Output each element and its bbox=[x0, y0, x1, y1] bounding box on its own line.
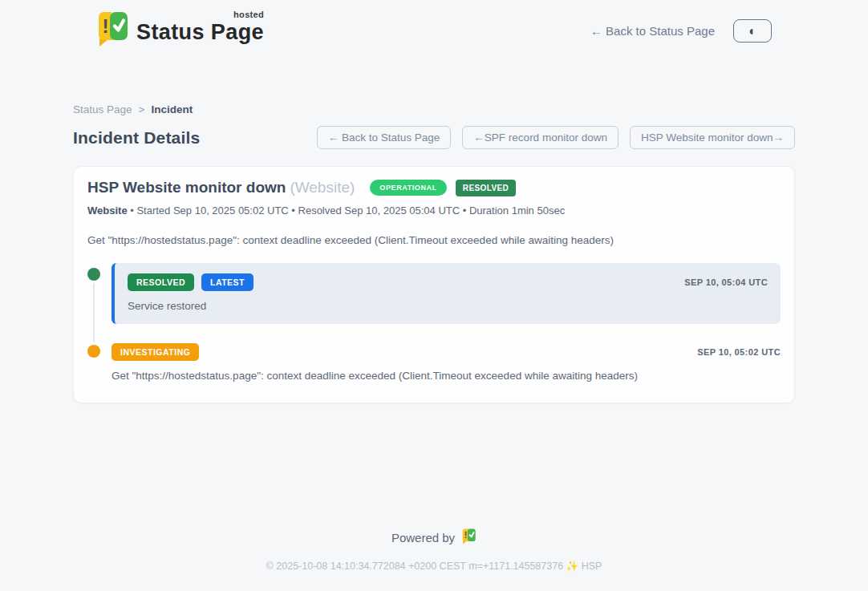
main-content: Status Page > Incident Incident Details … bbox=[73, 51, 795, 403]
powered-by-logo-icon: ! bbox=[461, 528, 477, 547]
next-incident-button[interactable]: HSP Website monitor down→ bbox=[630, 126, 795, 149]
timeline-entry-body: INVESTIGATING SEP 10, 05:02 UTC Get "htt… bbox=[112, 343, 781, 382]
timeline-entry-resolved: RESOLVED LATEST SEP 10, 05:04 UTC Servic… bbox=[87, 263, 781, 324]
timeline-resolved-badge: RESOLVED bbox=[128, 273, 194, 291]
incident-description: Get "https://hostedstatus.page": context… bbox=[87, 234, 781, 246]
theme-toggle-half-circle-icon: ◐ bbox=[748, 25, 756, 38]
theme-toggle-button[interactable]: ◐ bbox=[733, 19, 772, 43]
powered-by-label: Powered by bbox=[391, 531, 455, 544]
breadcrumb: Status Page > Incident bbox=[73, 103, 795, 115]
timeline-timestamp: SEP 10, 05:04 UTC bbox=[684, 277, 768, 287]
header-actions: ← Back to Status Page ◐ bbox=[590, 19, 772, 43]
breadcrumb-separator: > bbox=[139, 103, 145, 115]
logo-brand-text: Status Page bbox=[136, 20, 264, 44]
timeline-dot-green-icon bbox=[87, 268, 100, 281]
timeline-latest-panel: RESOLVED LATEST SEP 10, 05:04 UTC Servic… bbox=[112, 263, 781, 324]
timeline-entry-investigating: INVESTIGATING SEP 10, 05:02 UTC Get "htt… bbox=[87, 343, 781, 382]
powered-by-link[interactable]: Powered by ! bbox=[391, 528, 477, 547]
title-row: Incident Details ← Back to Status Page ←… bbox=[73, 126, 795, 149]
svg-text:!: ! bbox=[103, 15, 109, 37]
timeline-message: Get "https://hostedstatus.page": context… bbox=[112, 370, 781, 382]
incident-card: HSP Website monitor down (Website) OPERA… bbox=[73, 166, 795, 403]
timeline-investigating-badge: INVESTIGATING bbox=[112, 343, 199, 361]
incident-nav-buttons: ← Back to Status Page ←SPF record monito… bbox=[317, 126, 795, 149]
incident-timeline: RESOLVED LATEST SEP 10, 05:04 UTC Servic… bbox=[87, 263, 781, 382]
timeline-message: Service restored bbox=[128, 300, 768, 312]
incident-component-label: (Website) bbox=[290, 179, 355, 196]
status-page-logo-icon: ! bbox=[96, 11, 129, 51]
copyright-text: © 2025-10-08 14:10:34.772084 +0200 CEST … bbox=[0, 560, 868, 572]
previous-incident-button[interactable]: ←SPF record monitor down bbox=[462, 126, 619, 149]
incident-card-header: HSP Website monitor down (Website) OPERA… bbox=[87, 179, 781, 196]
timeline-dot-orange-icon bbox=[87, 345, 100, 358]
incident-meta-details: • Started Sep 10, 2025 05:02 UTC • Resol… bbox=[130, 204, 565, 217]
page-title: Incident Details bbox=[73, 128, 200, 148]
incident-meta: Website • Started Sep 10, 2025 05:02 UTC… bbox=[87, 204, 781, 217]
header-back-link[interactable]: ← Back to Status Page bbox=[590, 24, 715, 38]
svg-text:!: ! bbox=[464, 530, 468, 540]
footer: Powered by ! © 2025-10-08 14:10:34.77208… bbox=[0, 528, 868, 591]
breadcrumb-status-page-link[interactable]: Status Page bbox=[73, 103, 132, 115]
timeline-latest-badge: LATEST bbox=[201, 273, 254, 291]
logo-hosted-label: hosted bbox=[233, 10, 264, 19]
operational-status-badge: OPERATIONAL bbox=[370, 180, 446, 196]
header: ! hosted Status Page ← Back to Status Pa… bbox=[0, 0, 868, 51]
breadcrumb-current: Incident bbox=[151, 103, 193, 115]
incident-meta-component: Website bbox=[87, 204, 128, 217]
incident-title: HSP Website monitor down bbox=[87, 179, 286, 196]
back-to-status-page-button[interactable]: ← Back to Status Page bbox=[317, 126, 452, 149]
resolved-status-badge: RESOLVED bbox=[456, 180, 516, 196]
timeline-timestamp: SEP 10, 05:02 UTC bbox=[697, 347, 781, 357]
logo[interactable]: ! hosted Status Page bbox=[96, 11, 264, 51]
